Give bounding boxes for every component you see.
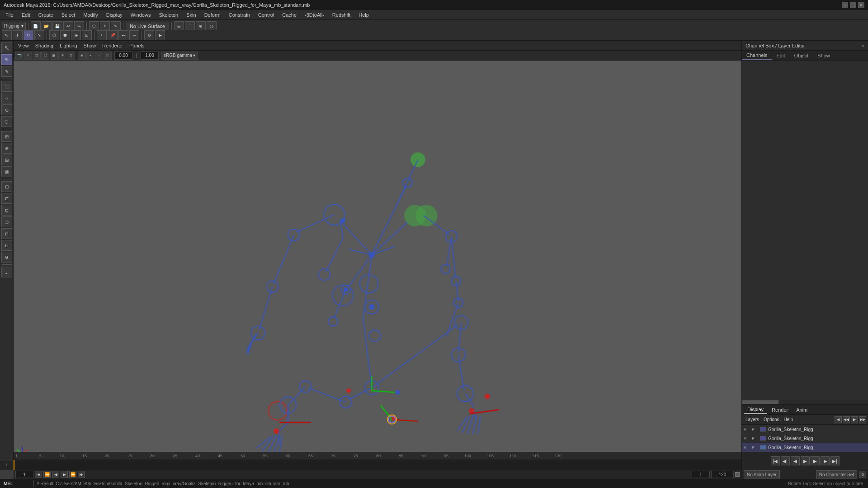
menu-redshift[interactable]: Redshift	[329, 11, 354, 19]
pb-step-back[interactable]: ◀|	[781, 456, 790, 465]
layer-p2[interactable]: P	[752, 436, 758, 441]
close-button[interactable]: ×	[858, 2, 864, 8]
layer-p3[interactable]: P	[752, 445, 758, 450]
vp-shading1[interactable]: ■	[78, 52, 86, 60]
menu-help[interactable]: Help	[355, 11, 373, 19]
menu-skin[interactable]: Skin	[183, 11, 199, 19]
range-start-field[interactable]: 1	[692, 471, 710, 478]
pb-play[interactable]: ▶	[801, 456, 810, 465]
pb-rewind[interactable]: |◀	[771, 456, 780, 465]
layer-v2[interactable]: V	[744, 436, 750, 441]
menu-file[interactable]: File	[2, 11, 17, 19]
no-character-set-label[interactable]: No Character Set	[816, 470, 857, 479]
scrollbar-thumb[interactable]	[742, 400, 778, 404]
menu-3dtoall[interactable]: -3DtoAll-	[301, 11, 328, 19]
vp-texture-btn[interactable]: ▣	[50, 52, 58, 60]
range-handle[interactable]	[735, 472, 740, 477]
rig-btn1[interactable]: ⊷	[118, 30, 128, 40]
loop-tool[interactable]: ⊓	[1, 228, 12, 239]
vp-menu-panels[interactable]: Panels	[127, 42, 147, 49]
close-icon[interactable]: ×	[862, 43, 864, 48]
tab-object[interactable]: Object	[789, 52, 813, 59]
playback-back[interactable]: ◀	[52, 471, 59, 478]
vp-field1[interactable]: 0.00	[114, 52, 132, 60]
mel-label[interactable]: MEL	[4, 481, 31, 486]
layer-name-2[interactable]: Gorilla_Skeleton_Rigg	[768, 436, 866, 441]
vp-menu-show[interactable]: Show	[81, 42, 99, 49]
vp-shading2[interactable]: ▪	[86, 52, 94, 60]
transform-select[interactable]: ↖	[2, 30, 12, 40]
vertex-select[interactable]: ⊕	[1, 143, 12, 154]
no-anim-layer-label[interactable]: No Anim Layer	[744, 470, 780, 479]
layer-nav-prev[interactable]: ◀	[835, 416, 842, 423]
cylinder-tool[interactable]: ⊙	[1, 104, 12, 115]
vp-shade-btn[interactable]: ⬡	[41, 52, 49, 60]
tab-anim[interactable]: Anim	[793, 406, 811, 413]
layer-v3[interactable]: V	[744, 445, 750, 450]
playback-rewind[interactable]: ⏮	[35, 471, 42, 478]
menu-windows[interactable]: Windows	[127, 11, 155, 19]
pb-step-fwd[interactable]: |▶	[821, 456, 830, 465]
extrude-tool[interactable]: ⊡	[1, 181, 12, 192]
timeline-track[interactable]	[14, 460, 741, 470]
viewport[interactable]: View Shading Lighting Show Renderer Pane…	[14, 41, 741, 461]
layer-row-2[interactable]: V P Gorilla_Skeleton_Rigg	[742, 434, 868, 443]
playback-end[interactable]: ⏭	[78, 471, 85, 478]
vp-wire-btn[interactable]: ⊡	[33, 52, 41, 60]
pb-back[interactable]: ◀	[791, 456, 800, 465]
minimize-button[interactable]: −	[842, 2, 848, 8]
edge-select[interactable]: ⊟	[1, 155, 12, 165]
render1[interactable]: ⚙	[144, 30, 154, 40]
pin-button[interactable]: 📌	[108, 30, 118, 40]
menu-modify[interactable]: Modify	[80, 11, 101, 19]
bevel-tool[interactable]: ⊏	[1, 193, 12, 204]
menu-skeleton[interactable]: Skeleton	[155, 11, 182, 19]
vp-xray-btn[interactable]: ⊙	[67, 52, 75, 60]
pb-play-fwd[interactable]: ▶	[811, 456, 820, 465]
vp-grid-btn[interactable]: #	[24, 52, 32, 60]
ring-tool[interactable]: ⊔	[1, 240, 12, 251]
sphere-tool[interactable]: ○	[1, 93, 12, 103]
poly-button[interactable]: ⬢	[60, 30, 70, 40]
move-tool[interactable]: ✛	[13, 30, 23, 40]
nurbs-button[interactable]: ◈	[71, 30, 81, 40]
range-end-field[interactable]: 120	[711, 471, 734, 478]
subdiv-button[interactable]: ⊡	[82, 30, 92, 40]
menu-deform[interactable]: Deform	[201, 11, 224, 19]
menu-control[interactable]: Control	[255, 11, 278, 19]
tab-edit[interactable]: Edit	[772, 52, 789, 59]
render2[interactable]: ▶	[155, 30, 165, 40]
vp-menu-renderer[interactable]: Renderer	[99, 42, 126, 49]
vp-field2[interactable]: 1.00	[141, 52, 159, 60]
tab-channels[interactable]: Channels	[742, 52, 772, 60]
layer-nav-fwd[interactable]: ▶	[851, 416, 858, 423]
menu-constrain[interactable]: Constrain	[225, 11, 254, 19]
maximize-button[interactable]: □	[850, 2, 856, 8]
scale-tool[interactable]: ⤡	[34, 30, 44, 40]
layer-p1[interactable]: P	[752, 427, 758, 432]
component-select[interactable]: ⊞	[1, 131, 12, 142]
rotate-tool[interactable]: ↻	[24, 30, 33, 40]
help-sub[interactable]: Help	[782, 417, 795, 422]
layer-v1[interactable]: V	[744, 427, 750, 432]
polygon-tool[interactable]: ⬡	[1, 116, 12, 127]
tab-display[interactable]: Display	[744, 406, 767, 414]
window-controls[interactable]: − □ ×	[842, 2, 864, 8]
tab-render[interactable]: Render	[768, 406, 792, 413]
add-button[interactable]: +	[97, 30, 107, 40]
vp-menu-shading[interactable]: Shading	[33, 42, 56, 49]
playback-play[interactable]: ▶	[61, 471, 68, 478]
vp-camera-btn[interactable]: 📷	[15, 52, 24, 60]
vp-menu-lighting[interactable]: Lighting	[57, 42, 80, 49]
menu-select[interactable]: Select	[58, 11, 79, 19]
layer-row-3[interactable]: V P Gorilla_Skeleton_Rigg	[742, 443, 868, 452]
arrow-tool[interactable]: ↖	[1, 42, 12, 53]
face-select[interactable]: ⊠	[1, 166, 12, 177]
options-sub[interactable]: Options	[762, 417, 781, 422]
anim-settings-btn[interactable]: ⚙	[859, 471, 866, 478]
menu-cache[interactable]: Cache	[278, 11, 300, 19]
tab-show[interactable]: Show	[813, 52, 835, 59]
playback-step-back[interactable]: ⏪	[43, 471, 51, 478]
layer-nav-end[interactable]: ▶▶	[859, 416, 866, 423]
more-tools[interactable]: …	[1, 267, 12, 277]
